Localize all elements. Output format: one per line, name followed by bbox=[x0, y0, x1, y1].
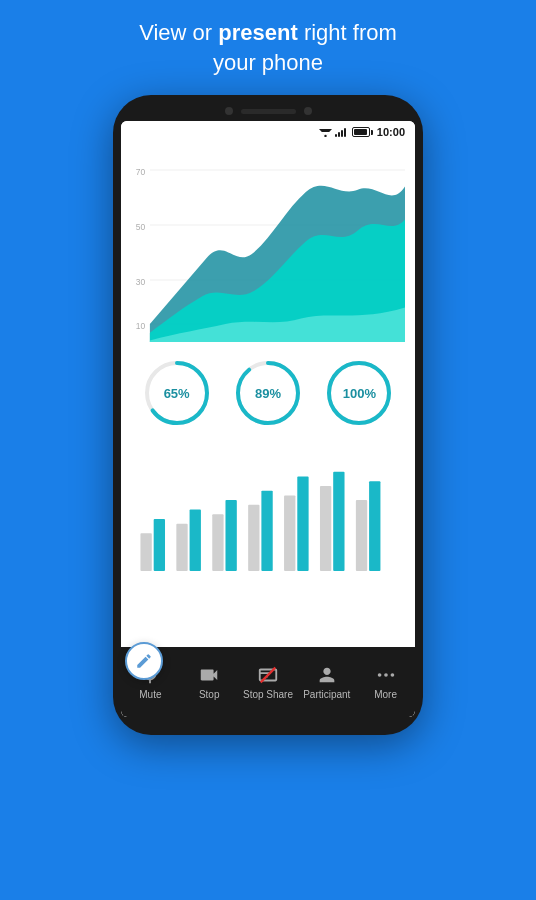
svg-point-33 bbox=[384, 674, 388, 678]
area-chart: 70 50 30 10 bbox=[131, 148, 405, 342]
chart-area: 70 50 30 10 bbox=[121, 143, 415, 342]
svg-rect-20 bbox=[190, 509, 201, 570]
svg-rect-25 bbox=[284, 495, 295, 571]
svg-text:70: 70 bbox=[136, 167, 145, 178]
nav-item-more[interactable]: More bbox=[356, 664, 415, 700]
circle-wrapper-65: 65% bbox=[141, 357, 213, 429]
bottom-nav: Mute Stop Stop Share bbox=[121, 647, 415, 717]
phone-shell: 10:00 70 50 30 10 bbox=[113, 95, 423, 735]
circle-item-100: 100% bbox=[323, 357, 395, 429]
battery-icon bbox=[352, 127, 370, 137]
svg-point-34 bbox=[390, 674, 394, 678]
circle-label-65: 65% bbox=[164, 385, 190, 400]
circle-wrapper-100: 100% bbox=[323, 357, 395, 429]
participant-label: Participant bbox=[303, 689, 350, 700]
svg-rect-19 bbox=[176, 524, 187, 571]
circle-item-65: 65% bbox=[141, 357, 213, 429]
svg-rect-21 bbox=[212, 514, 223, 571]
speaker-bar bbox=[241, 109, 296, 114]
wifi-icon bbox=[319, 127, 332, 137]
nav-item-participant[interactable]: Participant bbox=[297, 664, 356, 700]
svg-text:30: 30 bbox=[136, 277, 145, 288]
svg-rect-23 bbox=[248, 505, 259, 571]
svg-rect-22 bbox=[225, 500, 236, 571]
camera-dot-right bbox=[304, 107, 312, 115]
participant-icon bbox=[314, 664, 340, 686]
svg-rect-24 bbox=[261, 491, 272, 571]
stop-share-label: Stop Share bbox=[243, 689, 293, 700]
svg-text:50: 50 bbox=[136, 222, 145, 233]
svg-rect-27 bbox=[320, 486, 331, 571]
more-label: More bbox=[374, 689, 397, 700]
circle-label-100: 100% bbox=[343, 385, 376, 400]
svg-rect-17 bbox=[140, 533, 151, 571]
bar-chart bbox=[131, 449, 405, 589]
phone-screen: 10:00 70 50 30 10 bbox=[121, 121, 415, 717]
svg-rect-29 bbox=[356, 500, 367, 571]
nav-item-stop-share[interactable]: Stop Share bbox=[239, 664, 298, 700]
svg-rect-28 bbox=[333, 472, 344, 571]
header-line2: your phone bbox=[213, 50, 323, 75]
circle-label-89: 89% bbox=[255, 385, 281, 400]
status-icons bbox=[319, 127, 370, 137]
svg-point-32 bbox=[377, 674, 381, 678]
stop-share-icon bbox=[255, 664, 281, 686]
circles-section: 65% 89% bbox=[121, 342, 415, 444]
svg-rect-30 bbox=[369, 481, 380, 571]
stop-label: Stop bbox=[199, 689, 220, 700]
header-line1: View or present right from bbox=[139, 20, 397, 45]
pencil-icon bbox=[135, 652, 153, 670]
circle-wrapper-89: 89% bbox=[232, 357, 304, 429]
header-text: View or present right from your phone bbox=[109, 18, 427, 77]
svg-rect-26 bbox=[297, 476, 308, 570]
bar-section bbox=[121, 444, 415, 648]
stop-icon bbox=[196, 664, 222, 686]
status-bar: 10:00 bbox=[121, 121, 415, 143]
signal-icon bbox=[335, 127, 349, 137]
mute-label: Mute bbox=[139, 689, 161, 700]
circle-item-89: 89% bbox=[232, 357, 304, 429]
more-icon bbox=[373, 664, 399, 686]
camera-dot-left bbox=[225, 107, 233, 115]
phone-top-bar bbox=[121, 107, 415, 115]
svg-text:10: 10 bbox=[136, 321, 145, 332]
status-time: 10:00 bbox=[377, 126, 405, 138]
nav-item-stop[interactable]: Stop bbox=[180, 664, 239, 700]
svg-rect-18 bbox=[154, 519, 165, 571]
